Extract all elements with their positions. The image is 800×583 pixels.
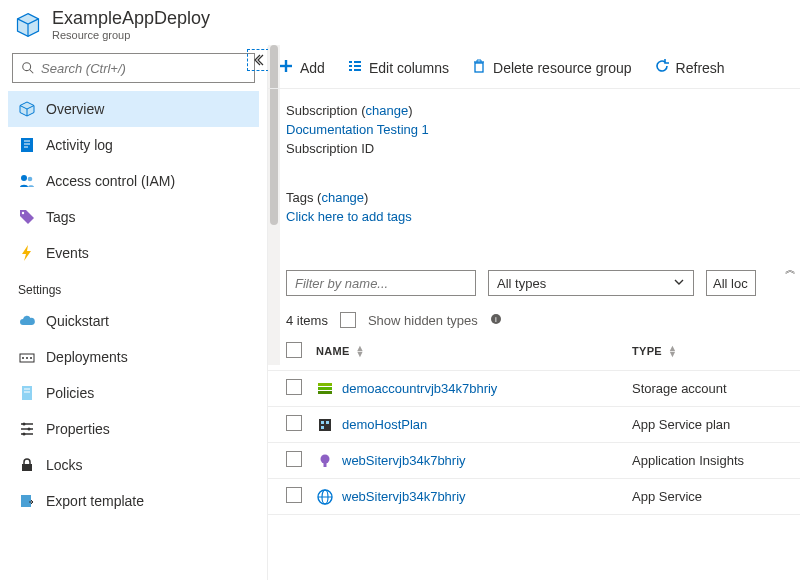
- chevron-down-icon: [673, 276, 685, 291]
- svg-rect-46: [319, 419, 331, 431]
- row-checkbox[interactable]: [286, 487, 302, 503]
- svg-point-12: [22, 212, 24, 214]
- search-input[interactable]: [41, 61, 246, 76]
- app-service-icon: [316, 488, 334, 506]
- sidebar-item-label: Export template: [46, 493, 144, 509]
- subscription-change-link[interactable]: change: [366, 103, 409, 118]
- page-header: ExampleAppDeploy Resource group: [0, 0, 800, 47]
- svg-rect-6: [21, 138, 33, 152]
- resource-name[interactable]: webSitervjb34k7bhriy: [342, 489, 466, 504]
- lock-icon: [18, 456, 36, 474]
- svg-rect-30: [349, 61, 352, 63]
- export-icon: [18, 492, 36, 510]
- people-icon: [18, 172, 36, 190]
- plus-icon: [278, 58, 294, 77]
- policy-icon: [18, 384, 36, 402]
- toolbar-label: Add: [300, 60, 325, 76]
- sort-icon[interactable]: ▲▼: [356, 345, 365, 357]
- svg-rect-47: [321, 421, 324, 424]
- svg-rect-51: [324, 463, 327, 467]
- resource-group-icon: [14, 11, 42, 39]
- refresh-icon: [654, 58, 670, 77]
- svg-point-10: [21, 175, 27, 181]
- locations-label: All loc: [713, 276, 748, 291]
- svg-rect-36: [475, 63, 483, 72]
- settings-heading: Settings: [8, 271, 259, 303]
- show-hidden-checkbox[interactable]: [340, 312, 356, 328]
- app-service-plan-icon: [316, 416, 334, 434]
- select-all-checkbox[interactable]: [286, 342, 302, 358]
- table-row[interactable]: webSitervjb34k7bhriy Application Insight…: [268, 443, 800, 479]
- svg-rect-44: [318, 387, 332, 390]
- types-dropdown[interactable]: All types: [488, 270, 694, 296]
- svg-rect-27: [21, 495, 31, 507]
- sidebar-item-locks[interactable]: Locks: [8, 447, 259, 483]
- sidebar-item-access-control[interactable]: Access control (IAM): [8, 163, 259, 199]
- sidebar-item-properties[interactable]: Properties: [8, 411, 259, 447]
- main-content: Add Edit columns Delete resource group R…: [268, 47, 800, 580]
- sidebar-item-label: Locks: [46, 457, 83, 473]
- filter-by-name-input[interactable]: [286, 270, 476, 296]
- svg-point-14: [22, 357, 24, 359]
- svg-point-16: [30, 357, 32, 359]
- refresh-button[interactable]: Refresh: [654, 58, 725, 77]
- column-name[interactable]: NAME: [316, 345, 350, 357]
- sidebar-item-label: Deployments: [46, 349, 128, 365]
- sidebar-item-events[interactable]: Events: [8, 235, 259, 271]
- sidebar-item-quickstart[interactable]: Quickstart: [8, 303, 259, 339]
- delete-button[interactable]: Delete resource group: [471, 58, 632, 77]
- svg-point-11: [28, 177, 33, 182]
- table-row[interactable]: webSitervjb34k7bhriy App Service: [268, 479, 800, 515]
- tags-change-link[interactable]: change: [321, 190, 364, 205]
- resource-name[interactable]: webSitervjb34k7bhriy: [342, 453, 466, 468]
- svg-rect-31: [349, 65, 352, 67]
- collapse-sidebar-button[interactable]: [247, 49, 269, 71]
- count-row: 4 items Show hidden types i: [268, 302, 800, 338]
- info-icon[interactable]: i: [490, 313, 502, 328]
- sidebar: Overview Activity log Access control (IA…: [0, 47, 268, 580]
- locations-dropdown[interactable]: All loc: [706, 270, 756, 296]
- svg-point-50: [321, 454, 330, 463]
- show-hidden-label: Show hidden types: [368, 313, 478, 328]
- sort-icon[interactable]: ▲▼: [668, 345, 677, 357]
- svg-rect-33: [354, 61, 361, 63]
- toolbar: Add Edit columns Delete resource group R…: [268, 47, 800, 89]
- table-row[interactable]: demoaccountrvjb34k7bhriy Storage account: [268, 371, 800, 407]
- page-subtitle: Resource group: [52, 29, 210, 41]
- sidebar-item-label: Properties: [46, 421, 110, 437]
- sidebar-item-export-template[interactable]: Export template: [8, 483, 259, 519]
- sidebar-search[interactable]: [12, 53, 255, 83]
- sidebar-item-label: Policies: [46, 385, 94, 401]
- row-checkbox[interactable]: [286, 415, 302, 431]
- resource-name[interactable]: demoHostPlan: [342, 417, 427, 432]
- sidebar-item-deployments[interactable]: Deployments: [8, 339, 259, 375]
- row-checkbox[interactable]: [286, 379, 302, 395]
- sidebar-item-overview[interactable]: Overview: [8, 91, 259, 127]
- sidebar-item-policies[interactable]: Policies: [8, 375, 259, 411]
- add-button[interactable]: Add: [278, 58, 325, 77]
- svg-rect-49: [321, 426, 324, 429]
- svg-rect-26: [22, 464, 32, 471]
- trash-icon: [471, 58, 487, 77]
- storage-icon: [316, 380, 334, 398]
- svg-point-2: [23, 63, 31, 71]
- column-type[interactable]: TYPE: [632, 345, 662, 357]
- table-row[interactable]: demoHostPlan App Service plan: [268, 407, 800, 443]
- tags-label: Tags: [286, 190, 313, 205]
- subscription-name-link[interactable]: Documentation Testing 1: [286, 122, 429, 137]
- deploy-icon: [18, 348, 36, 366]
- types-label: All types: [497, 276, 546, 291]
- expand-collapse-icon[interactable]: ︽: [785, 262, 796, 277]
- edit-columns-button[interactable]: Edit columns: [347, 58, 449, 77]
- toolbar-label: Delete resource group: [493, 60, 632, 76]
- subscription-id-label: Subscription ID: [286, 141, 374, 156]
- add-tags-link[interactable]: Click here to add tags: [286, 209, 412, 224]
- svg-line-3: [30, 70, 34, 74]
- row-checkbox[interactable]: [286, 451, 302, 467]
- resource-name[interactable]: demoaccountrvjb34k7bhriy: [342, 381, 497, 396]
- toolbar-label: Edit columns: [369, 60, 449, 76]
- tag-icon: [18, 208, 36, 226]
- sidebar-item-label: Access control (IAM): [46, 173, 175, 189]
- sidebar-item-tags[interactable]: Tags: [8, 199, 259, 235]
- sidebar-item-activity-log[interactable]: Activity log: [8, 127, 259, 163]
